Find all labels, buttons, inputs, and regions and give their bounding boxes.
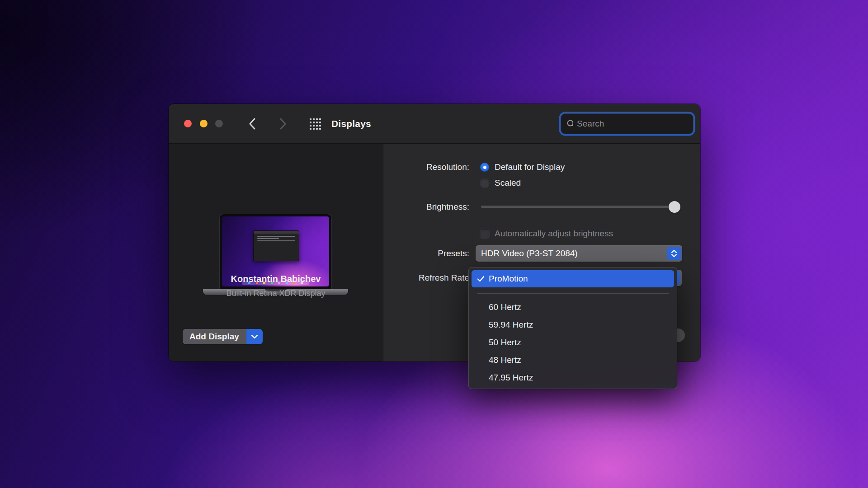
menu-item-label: 50 Hertz: [489, 338, 521, 347]
presets-popup-button[interactable]: HDR Video (P3-ST 2084): [476, 245, 682, 262]
grid-icon: [309, 118, 321, 130]
brightness-label: Brightness:: [383, 202, 469, 212]
search-input[interactable]: [577, 119, 688, 129]
auto-brightness-label: Automatically adjust brightness: [495, 228, 613, 239]
menu-item-label: 60 Hertz: [489, 302, 521, 312]
back-button[interactable]: [246, 117, 259, 131]
search-field[interactable]: [561, 113, 693, 134]
device-name: Konstantin Babichev: [169, 274, 383, 284]
brightness-slider[interactable]: [481, 206, 680, 208]
chevron-down-icon: [251, 335, 258, 339]
resolution-label: Resolution:: [383, 162, 469, 173]
add-display-label[interactable]: Add Display: [183, 329, 246, 344]
search-icon: [566, 119, 573, 128]
presets-popup-cap: [667, 247, 681, 260]
zoom-button[interactable]: [215, 120, 223, 127]
refresh-rate-menu: ProMotion 60 Hertz 59.94 Hertz 50 Hertz …: [468, 267, 677, 389]
radio-scaled[interactable]: [480, 178, 489, 188]
radio-scaled-label[interactable]: Scaled: [495, 178, 521, 188]
brightness-slider-knob[interactable]: [669, 201, 680, 213]
radio-default-label[interactable]: Default for Display: [495, 162, 565, 173]
radio-default-for-display[interactable]: [480, 163, 489, 172]
refresh-rate-label: Refresh Rate: [383, 272, 469, 283]
add-display-button[interactable]: Add Display: [183, 329, 263, 344]
displays-window: Displays: [169, 104, 700, 361]
menu-item-label: 59.94 Hertz: [489, 320, 533, 330]
chevron-right-icon: [278, 117, 287, 131]
titlebar[interactable]: Displays: [169, 104, 700, 144]
minimize-button[interactable]: [200, 120, 208, 127]
menu-item-47-95hz[interactable]: 47.95 Hertz: [472, 369, 674, 386]
menu-item-label: 47.95 Hertz: [489, 373, 533, 383]
forward-button[interactable]: [276, 117, 289, 131]
auto-brightness-checkbox[interactable]: [480, 229, 489, 238]
device-type: Built-in Retina XDR Display: [169, 289, 383, 298]
page-title: Displays: [331, 104, 371, 144]
menu-item-59-94hz[interactable]: 59.94 Hertz: [472, 316, 674, 333]
add-display-menu-button[interactable]: [246, 329, 263, 344]
menu-separator: [477, 293, 669, 294]
display-sidebar: Konstantin Babichev Built-in Retina XDR …: [169, 144, 383, 361]
menu-item-promotion[interactable]: ProMotion: [472, 270, 674, 287]
checkmark-icon: [477, 276, 489, 282]
close-button[interactable]: [184, 120, 192, 127]
presets-label: Presets:: [383, 248, 469, 259]
up-down-chevrons-icon: [671, 249, 677, 258]
mini-app-window: [253, 230, 299, 261]
menu-item-60hz[interactable]: 60 Hertz: [472, 298, 674, 316]
menu-item-label: 48 Hertz: [489, 355, 521, 365]
menu-item-50hz[interactable]: 50 Hertz: [472, 333, 674, 351]
display-settings-panel: Resolution: Default for Display Scaled B…: [383, 144, 700, 361]
menu-item-label: ProMotion: [489, 274, 528, 284]
desktop-wallpaper: Displays: [0, 0, 868, 488]
show-all-preferences-button[interactable]: [309, 118, 321, 130]
presets-value: HDR Video (P3-ST 2084): [481, 249, 578, 258]
menu-item-48hz[interactable]: 48 Hertz: [472, 351, 674, 369]
chevron-left-icon: [248, 117, 257, 131]
